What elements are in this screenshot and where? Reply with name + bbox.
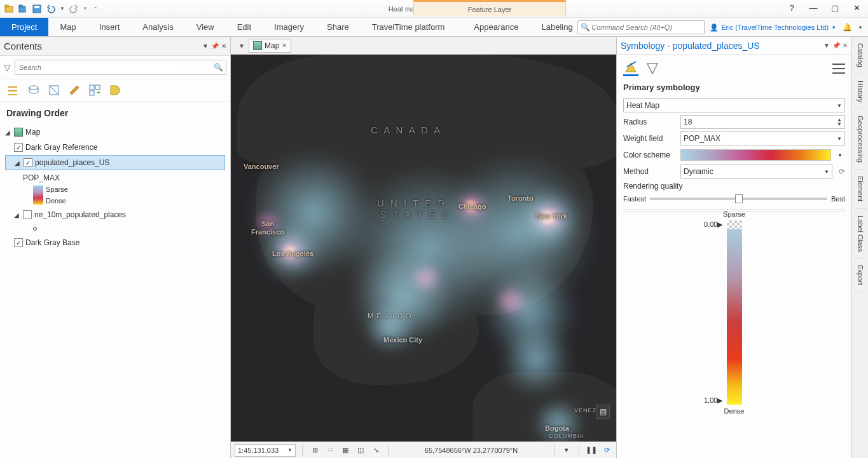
color-ramp-vertical[interactable] xyxy=(727,220,742,405)
side-tab-labelclass[interactable]: Label Class xyxy=(854,209,867,259)
ribbon-tab-map[interactable]: Map xyxy=(48,18,87,36)
refresh-icon[interactable]: ⟳ xyxy=(601,445,612,456)
spinner-icon[interactable]: ▲▼ xyxy=(837,118,842,126)
color-scheme-label: Color scheme xyxy=(623,151,677,159)
command-search[interactable]: 🔍 xyxy=(577,20,705,34)
contents-pin-icon[interactable]: 📌 xyxy=(211,43,219,50)
collapse-icon[interactable]: ◢ xyxy=(5,129,11,136)
close-tab-icon[interactable]: ✕ xyxy=(282,42,287,49)
city-la: Los Angeles xyxy=(272,250,313,257)
field-label: POP_MAX xyxy=(23,173,60,182)
svg-rect-13 xyxy=(90,91,94,95)
snapping-icon[interactable]: ⊞ xyxy=(309,445,320,456)
ribbon-tab-edit[interactable]: Edit xyxy=(226,18,263,36)
contents-menu[interactable]: ▼ xyxy=(202,43,209,50)
slider-thumb[interactable] xyxy=(735,194,743,203)
contents-close-icon[interactable]: ✕ xyxy=(221,43,226,50)
city-sf2: Francisco xyxy=(251,228,284,236)
help-icon[interactable]: ? xyxy=(783,0,801,15)
checkbox[interactable]: ✓ xyxy=(14,238,23,247)
menu-icon[interactable] xyxy=(832,64,845,74)
map-canvas[interactable]: C A N A D A U N I T E D S T A T E S M É … xyxy=(231,55,616,441)
tree-row-populated-places-us[interactable]: ◢ ✓ populated_places_US xyxy=(5,155,225,170)
ribbon-tab-traveltime[interactable]: TravelTime platform xyxy=(361,18,457,36)
map-label-colom: COLOMBIA xyxy=(549,433,584,439)
notifications-icon[interactable]: 🔔 xyxy=(841,22,853,33)
weight-field-dropdown[interactable]: POP_MAX ▼ xyxy=(680,131,845,145)
ribbon-tab-view[interactable]: View xyxy=(185,18,226,36)
view-tab-bar: ▾ Map ✕ xyxy=(231,37,616,55)
tree-row-map[interactable]: ◢ Map xyxy=(5,125,225,140)
user-icon: 👤 xyxy=(710,24,719,32)
map-label-usa2: S T A T E S xyxy=(380,209,450,220)
tree-row-dark-base[interactable]: ✓ Dark Gray Base xyxy=(5,235,225,250)
primary-symbology-tab-icon[interactable] xyxy=(623,61,638,76)
search-icon[interactable]: 🔍 xyxy=(214,63,223,72)
list-selection-icon[interactable] xyxy=(47,83,61,97)
ribbon-tab-imagery[interactable]: Imagery xyxy=(263,18,315,36)
collapse-icon[interactable]: ◢ xyxy=(14,212,20,219)
side-tab-history[interactable]: History xyxy=(854,74,867,109)
checkbox[interactable]: ✓ xyxy=(14,143,23,152)
minimize-icon[interactable]: ― xyxy=(804,0,822,15)
contextual-tab-feature-layer: Feature Layer xyxy=(413,0,566,17)
color-scheme-dropdown[interactable] xyxy=(680,149,831,161)
list-labeling-icon[interactable] xyxy=(108,83,122,97)
ribbon-tab-labeling[interactable]: Labeling xyxy=(530,18,584,36)
ribbon-tab-analysis[interactable]: Analysis xyxy=(131,18,184,36)
tree-row-ne10m[interactable]: ◢ ne_10m_populated_places xyxy=(5,207,225,222)
view-menu-icon[interactable]: ▾ xyxy=(235,41,249,50)
collapse-icon[interactable]: ◢ xyxy=(15,159,21,166)
pause-icon[interactable]: ❚❚ xyxy=(586,445,597,456)
method-dropdown[interactable]: Dynamic ▼ xyxy=(680,165,832,178)
symbology-menu[interactable]: ▼ xyxy=(823,42,830,49)
svg-rect-6 xyxy=(8,86,17,88)
contents-header: Contents ▼ 📌 ✕ xyxy=(0,37,230,56)
side-tab-geoprocessing[interactable]: Geoprocessing xyxy=(854,109,867,170)
render-quality-slider[interactable] xyxy=(650,198,827,200)
user-account[interactable]: 👤 Eric (TravelTime Technologies Ltd) ▼ xyxy=(710,24,836,32)
maximize-icon[interactable]: ▢ xyxy=(826,0,844,15)
list-snapping-icon[interactable]: + xyxy=(88,83,102,97)
list-drawing-order-icon[interactable] xyxy=(6,83,20,97)
close-icon[interactable]: ✕ xyxy=(848,0,865,15)
map-tab-label: Map xyxy=(265,41,279,50)
tree-row-dark-ref[interactable]: ✓ Dark Gray Reference xyxy=(5,140,225,155)
chevron-down-icon[interactable]: ▼ xyxy=(835,152,845,158)
radius-input[interactable]: 18 ▲▼ xyxy=(680,115,845,129)
contents-pane: Contents ▼ 📌 ✕ ▽ 🔍 + Drawing Order xyxy=(0,37,231,458)
side-tab-export[interactable]: Export xyxy=(854,259,867,292)
grid-icon[interactable]: ∷ xyxy=(324,445,336,456)
ribbon-tab-appearance[interactable]: Appearance xyxy=(462,18,530,36)
symbology-close-icon[interactable]: ✕ xyxy=(843,42,848,49)
coord-format-icon[interactable]: ▾ xyxy=(561,445,572,456)
symbology-type-dropdown[interactable]: Heat Map ▼ xyxy=(623,98,845,112)
list-editing-icon[interactable] xyxy=(67,83,81,97)
vary-symbology-tab-icon[interactable] xyxy=(645,61,660,76)
command-search-input[interactable] xyxy=(590,23,698,32)
map-view-tab[interactable]: Map ✕ xyxy=(249,39,291,53)
tree-row-popmax: POP_MAX xyxy=(5,170,225,185)
list-data-source-icon[interactable] xyxy=(27,83,41,97)
side-tab-catalog[interactable]: Catalog xyxy=(854,37,867,74)
contents-search-input[interactable] xyxy=(18,63,183,72)
ribbon-collapse-icon[interactable]: ▼ xyxy=(858,25,863,30)
correction-icon[interactable]: ◫ xyxy=(355,445,366,456)
drawing-order-header: Drawing Order xyxy=(0,102,230,125)
refresh-method-icon[interactable]: ⟳ xyxy=(836,167,845,176)
ribbon-tab-insert[interactable]: Insert xyxy=(88,18,132,36)
contents-search[interactable]: 🔍 xyxy=(15,60,226,75)
scale-selector[interactable]: 1:45.131.033 ▼ xyxy=(235,444,296,457)
filter-icon[interactable]: ▽ xyxy=(4,62,11,72)
window-controls: ? ― ▢ ✕ xyxy=(783,0,865,15)
layer-label: ne_10m_populated_places xyxy=(34,210,126,219)
ribbon-tab-project[interactable]: Project xyxy=(0,18,48,36)
basemap-icon[interactable]: ▤ xyxy=(596,405,610,419)
checkbox[interactable]: ✓ xyxy=(24,158,32,167)
inference-icon[interactable]: ↘ xyxy=(370,445,382,456)
checkbox[interactable] xyxy=(23,210,32,219)
symbology-pin-icon[interactable]: 📌 xyxy=(832,42,840,49)
ribbon-tab-share[interactable]: Share xyxy=(315,18,361,36)
constraints-icon[interactable]: ▦ xyxy=(340,445,351,456)
side-tab-element[interactable]: Element xyxy=(854,170,867,208)
